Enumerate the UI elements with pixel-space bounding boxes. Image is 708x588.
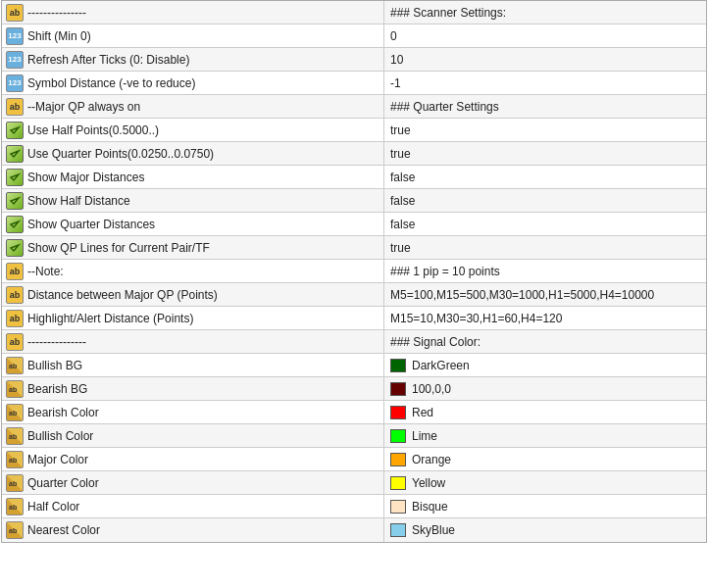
- row-value: Orange: [412, 453, 451, 466]
- row-label: Refresh After Ticks (0: Disable): [27, 53, 189, 67]
- table-row: abNearest ColorSkyBlue: [2, 518, 706, 542]
- table-row: Show Half Distancefalse: [2, 189, 706, 213]
- row-label: Symbol Distance (-ve to reduce): [27, 76, 195, 90]
- row-label: Half Color: [27, 500, 79, 514]
- row-value: 0: [390, 29, 397, 43]
- cell-left: Show QP Lines for Current Pair/TF: [2, 236, 384, 259]
- cell-right: 0: [384, 24, 706, 47]
- table-row: Show Quarter Distancesfalse: [2, 213, 706, 236]
- svg-marker-0: [11, 127, 19, 133]
- row-label: Major Color: [27, 453, 88, 466]
- row-label: Quarter Color: [27, 476, 99, 490]
- cell-left: abHighlight/Alert Distance (Points): [2, 307, 384, 329]
- bool-icon: [6, 169, 24, 186]
- ab-icon: ab: [6, 310, 24, 327]
- cell-left: Use Half Points(0.5000..): [2, 119, 384, 141]
- cell-left: abBullish Color: [2, 424, 384, 447]
- color-picker-icon: ab: [6, 427, 24, 445]
- row-label: Show Quarter Distances: [27, 218, 155, 231]
- row-value: ### Quarter Settings: [390, 100, 499, 114]
- color-picker-icon: ab: [6, 498, 24, 515]
- svg-marker-5: [11, 245, 19, 251]
- row-label: --Major QP always on: [27, 100, 140, 114]
- ab-icon: ab: [6, 286, 24, 304]
- color-swatch: [390, 500, 406, 514]
- table-row: abBullish BGDarkGreen: [2, 354, 706, 377]
- cell-left: Show Quarter Distances: [2, 213, 384, 235]
- cell-left: abBullish BG: [2, 354, 384, 376]
- cell-right: true: [384, 236, 706, 259]
- row-value: true: [390, 123, 411, 137]
- row-label: Use Quarter Points(0.0250..0.0750): [27, 147, 214, 161]
- cell-left: abBearish BG: [2, 377, 384, 400]
- cell-left: ab--Major QP always on: [2, 95, 384, 118]
- table-row: ab--Major QP always on### Quarter Settin…: [2, 95, 706, 119]
- cell-right: 100,0,0: [384, 377, 706, 400]
- bool-icon: [6, 122, 24, 139]
- color-picker-icon: ab: [6, 404, 24, 421]
- color-swatch: [390, 476, 406, 490]
- svg-marker-4: [11, 221, 19, 227]
- color-picker-icon: ab: [6, 380, 24, 398]
- cell-left: 123Shift (Min 0): [2, 24, 384, 47]
- cell-right: M5=100,M15=500,M30=1000,H1=5000,H4=10000: [384, 283, 706, 306]
- settings-table: ab---------------### Scanner Settings:12…: [1, 0, 707, 543]
- bool-icon: [6, 192, 24, 210]
- row-value: Yellow: [412, 476, 445, 490]
- table-row: ab---------------### Signal Color:: [2, 330, 706, 354]
- cell-left: ab--Note:: [2, 260, 384, 282]
- row-value: M5=100,M15=500,M30=1000,H1=5000,H4=10000: [390, 288, 654, 302]
- svg-text:ab: ab: [9, 480, 17, 487]
- cell-left: ab---------------: [2, 330, 384, 353]
- row-label: Distance between Major QP (Points): [27, 288, 218, 302]
- row-label: Show Half Distance: [27, 194, 130, 208]
- row-label: Shift (Min 0): [27, 29, 91, 43]
- table-row: abDistance between Major QP (Points)M5=1…: [2, 283, 706, 307]
- table-row: abHighlight/Alert Distance (Points)M15=1…: [2, 307, 706, 330]
- row-value: true: [390, 147, 411, 161]
- 123-icon: 123: [6, 27, 24, 45]
- color-picker-icon: ab: [6, 451, 24, 468]
- ab-icon: ab: [6, 4, 24, 22]
- color-swatch: [390, 359, 406, 372]
- row-value: ### Scanner Settings:: [390, 6, 506, 20]
- table-row: abBearish ColorRed: [2, 401, 706, 424]
- row-value: Lime: [412, 429, 437, 443]
- cell-left: Show Major Distances: [2, 166, 384, 188]
- table-row: Show Major Distancesfalse: [2, 166, 706, 189]
- cell-left: Show Half Distance: [2, 189, 384, 212]
- row-value: Red: [412, 406, 433, 419]
- cell-right: false: [384, 189, 706, 212]
- cell-right: true: [384, 142, 706, 165]
- row-value: 100,0,0: [412, 382, 451, 396]
- color-picker-icon: ab: [6, 474, 24, 492]
- svg-marker-2: [11, 174, 19, 180]
- cell-left: abBearish Color: [2, 401, 384, 423]
- cell-right: false: [384, 213, 706, 235]
- row-value: ### Signal Color:: [390, 335, 480, 349]
- row-value: 10: [390, 53, 403, 67]
- table-row: abMajor ColorOrange: [2, 448, 706, 471]
- cell-left: 123Symbol Distance (-ve to reduce): [2, 72, 384, 94]
- table-row: ab--Note:### 1 pip = 10 points: [2, 260, 706, 283]
- 123-icon: 123: [6, 51, 24, 69]
- cell-right: ### Scanner Settings:: [384, 1, 706, 24]
- cell-right: DarkGreen: [384, 354, 706, 376]
- svg-marker-3: [11, 198, 19, 204]
- ab-icon: ab: [6, 98, 24, 116]
- cell-left: ab---------------: [2, 1, 384, 24]
- row-label: Bearish Color: [27, 406, 99, 419]
- ab-icon: ab: [6, 263, 24, 280]
- cell-right: Yellow: [384, 471, 706, 494]
- cell-right: 10: [384, 48, 706, 71]
- cell-right: M15=10,M30=30,H1=60,H4=120: [384, 307, 706, 329]
- row-value: SkyBlue: [412, 523, 455, 537]
- cell-right: true: [384, 119, 706, 141]
- row-label: Show QP Lines for Current Pair/TF: [27, 241, 210, 255]
- row-label: ---------------: [27, 335, 86, 349]
- svg-text:ab: ab: [9, 433, 17, 440]
- cell-right: Bisque: [384, 495, 706, 517]
- color-swatch: [390, 406, 406, 419]
- cell-right: Red: [384, 401, 706, 423]
- row-label: ---------------: [27, 6, 86, 20]
